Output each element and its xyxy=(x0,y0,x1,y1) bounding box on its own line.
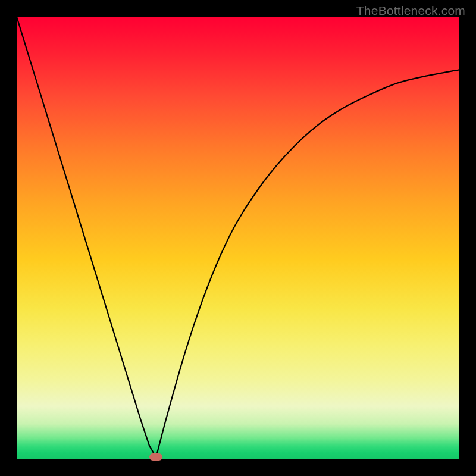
chart-frame xyxy=(17,17,459,459)
curve-left xyxy=(17,17,156,457)
minimum-marker xyxy=(149,453,162,461)
chart-curve xyxy=(17,17,459,459)
watermark-text: TheBottleneck.com xyxy=(356,4,465,18)
curve-right xyxy=(156,70,459,457)
